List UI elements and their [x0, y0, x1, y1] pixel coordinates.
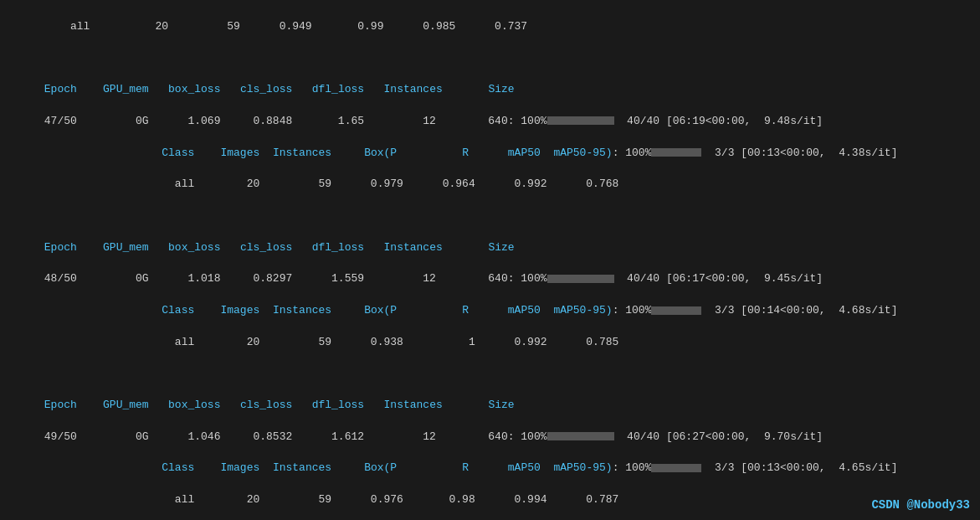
- line-epoch47-all: all 20 59 0.979 0.964 0.992 0.768: [5, 177, 975, 193]
- line-all-top: all 20 59 0.949 0.99 0.985 0.737: [5, 19, 975, 35]
- line-epoch48-header: Epoch GPU_mem box_loss cls_loss dfl_loss…: [5, 240, 975, 256]
- line-epoch48-all: all 20 59 0.938 1 0.992 0.785: [5, 335, 975, 351]
- line-epoch47-header: Epoch GPU_mem box_loss cls_loss dfl_loss…: [5, 82, 975, 98]
- terminal-output: all 20 59 0.949 0.99 0.985 0.737 Epoch G…: [5, 3, 975, 520]
- brand-label: CSDN @Nobody33: [871, 497, 970, 513]
- line-epoch48-vals: 48/50 0G 1.018 0.8297 1.559 12 640: 100%…: [5, 271, 975, 287]
- line-blank3: [5, 366, 975, 382]
- line-epoch47-vals: 47/50 0G 1.069 0.8848 1.65 12 640: 100% …: [5, 114, 975, 130]
- line-epoch49-header: Epoch GPU_mem box_loss cls_loss dfl_loss…: [5, 398, 975, 414]
- line-epoch49-vals: 49/50 0G 1.046 0.8532 1.612 12 640: 100%…: [5, 430, 975, 445]
- line-epoch48-class: Class Images Instances Box(P R mAP50 mAP…: [5, 303, 975, 319]
- line-epoch49-all: all 20 59 0.976 0.98 0.994 0.787: [5, 492, 975, 508]
- line-blank1: [5, 51, 975, 67]
- line-blank2: [5, 209, 975, 224]
- line-epoch47-class: Class Images Instances Box(P R mAP50 mAP…: [5, 146, 975, 162]
- line-epoch49-class: Class Images Instances Box(P R mAP50 mAP…: [5, 461, 975, 476]
